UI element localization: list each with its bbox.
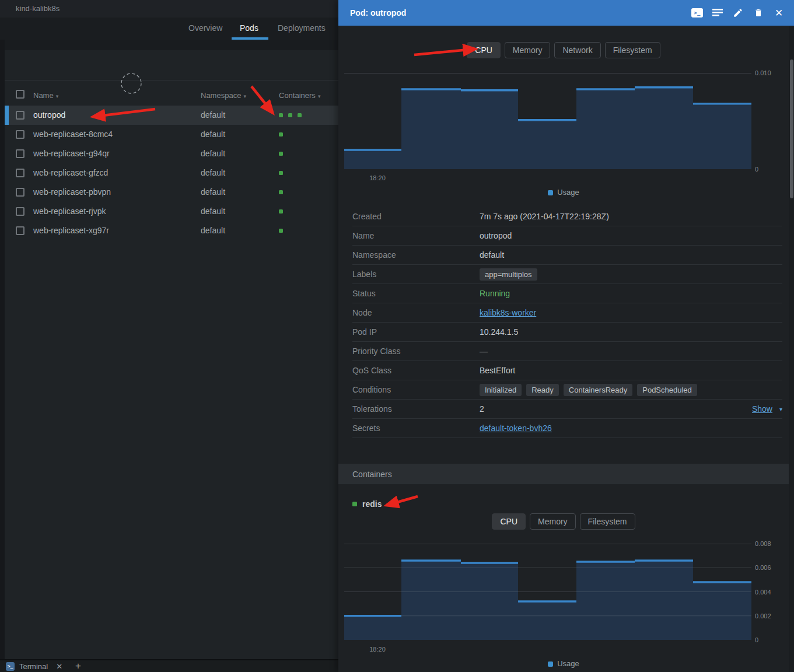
pod-name: web-replicaset-8cmc4 [33,130,113,139]
row-checkbox[interactable] [16,226,25,235]
close-icon[interactable]: ✕ [772,6,786,20]
badge: ContainersReady [564,384,632,396]
status-text: Running [480,289,510,298]
legend-label: Usage [557,659,579,668]
detail-row: Tolerations 2Show▾ [352,400,782,419]
row-checkbox[interactable] [16,188,25,197]
app-window: kind-kalibk8s Overview Pods Deployments … [0,0,794,672]
detail-value: 2Show▾ [480,404,782,414]
terminal-icon[interactable]: >_ [6,662,15,671]
metric-tab-filesystem[interactable]: Filesystem [580,513,635,530]
y-axis-tick: 0 [755,166,758,173]
container-running-icon [279,229,283,233]
chevron-down-icon: ▾ [779,406,782,412]
container-running-icon [279,152,283,156]
detail-text: 10.244.1.5 [480,327,518,337]
table-header: Name▾ Namespace▾ Containers▾ [5,88,338,105]
dock-add-icon[interactable]: + [75,660,81,672]
delete-icon[interactable] [751,6,765,20]
row-checkbox[interactable] [16,130,25,139]
detail-row: Status Running [352,284,782,303]
y-axis-tick: 0.002 [755,612,771,620]
selected-row-indicator [5,106,9,125]
table-row[interactable]: outropod default [5,106,338,125]
pod-metric-tabs: CPU Memory Network Filesystem [338,42,789,58]
detail-label: Node [352,308,480,317]
detail-label: Tolerations [352,404,480,414]
detail-row: Conditions InitializedReadyContainersRea… [352,380,782,400]
table-row[interactable]: web-replicaset-xg97r default [5,221,338,240]
column-header-containers[interactable]: Containers▾ [279,91,320,100]
container-metric-tabs: CPU Memory Filesystem [338,513,789,530]
detail-link[interactable]: default-token-bvh26 [480,424,552,433]
y-axis-tick: 0.010 [755,69,771,76]
metric-tab-cpu[interactable]: CPU [467,42,501,58]
nav-tab-pods[interactable]: Pods [240,18,258,40]
metric-tab-memory[interactable]: Memory [530,513,576,530]
detail-value: InitializedReadyContainersReadyPodSchedu… [480,384,782,396]
detail-row: Priority Class — [352,342,782,361]
drawer-toolbar: >_ ✕ [690,0,786,26]
metric-tab-filesystem[interactable]: Filesystem [605,42,660,58]
pod-logs-icon[interactable] [711,6,725,20]
panel-divider [5,80,338,80]
detail-link[interactable]: kalibk8s-worker [480,308,536,317]
metric-tab-network[interactable]: Network [554,42,600,58]
left-edge-strip [0,40,5,659]
pod-name: outropod [33,110,65,120]
detail-row: Created 7m 7s ago (2021-04-17T22:19:28Z) [352,207,782,226]
drawer-scrollbar-thumb[interactable] [790,60,793,198]
detail-label: Name [352,231,480,240]
pod-shell-icon[interactable]: >_ [690,6,704,20]
pod-namespace: default [201,168,225,177]
row-checkbox[interactable] [16,149,25,158]
dock-tab-terminal[interactable]: Terminal [19,662,48,671]
detail-label: Conditions [352,385,480,394]
detail-label: Labels [352,270,480,279]
detail-row: Namespace default [352,246,782,265]
pod-name: web-replicaset-rjvpk [33,206,106,216]
chart-legend[interactable]: Usage [338,659,789,668]
table-row[interactable]: web-replicaset-gfzcd default [5,163,338,183]
detail-value: — [480,346,782,356]
pod-details-table: Created 7m 7s ago (2021-04-17T22:19:28Z)… [352,207,782,438]
pod-containers-status [279,132,283,136]
row-checkbox[interactable] [16,207,25,216]
detail-label: Namespace [352,250,480,260]
detail-label: Status [352,289,480,298]
table-row[interactable]: web-replicaset-pbvpn default [5,183,338,202]
container-running-icon [279,209,283,214]
table-row[interactable]: web-replicaset-g94qr default [5,144,338,163]
chart-legend[interactable]: Usage [338,188,789,197]
pod-namespace: default [201,187,225,197]
pod-containers-status [279,152,283,156]
container-running-icon [279,132,283,136]
table-row[interactable]: web-replicaset-8cmc4 default [5,125,338,144]
metric-tab-cpu[interactable]: CPU [492,513,526,530]
y-axis-tick: 0.004 [755,589,771,596]
column-header-name[interactable]: Name▾ [33,91,58,100]
show-toggle-link[interactable]: Show [752,404,772,414]
pod-namespace: default [201,130,225,139]
detail-label: Created [352,212,480,221]
pod-name: web-replicaset-xg97r [33,226,109,235]
select-all-checkbox[interactable] [16,90,25,99]
dock-close-icon[interactable]: ✕ [56,662,62,671]
nav-tab-overview[interactable]: Overview [188,18,222,40]
detail-value: default-token-bvh26 [480,424,782,433]
metric-tab-memory[interactable]: Memory [505,42,551,58]
column-header-namespace[interactable]: Namespace▾ [201,91,246,100]
badge: Initialized [480,384,522,396]
badge: Ready [526,384,559,396]
x-axis-tick: 18:20 [365,646,390,653]
edit-icon[interactable] [731,6,745,20]
container-running-icon [279,190,283,194]
row-checkbox[interactable] [16,169,25,177]
table-row[interactable]: web-replicaset-rjvpk default [5,202,338,221]
drawer-scrollbar-track [789,26,794,672]
row-checkbox[interactable] [16,111,25,120]
container-item-redis[interactable]: redis [352,499,382,509]
detail-value: default [480,250,782,260]
nav-tab-deployments[interactable]: Deployments [278,18,326,40]
pod-name: web-replicaset-g94qr [33,149,110,158]
